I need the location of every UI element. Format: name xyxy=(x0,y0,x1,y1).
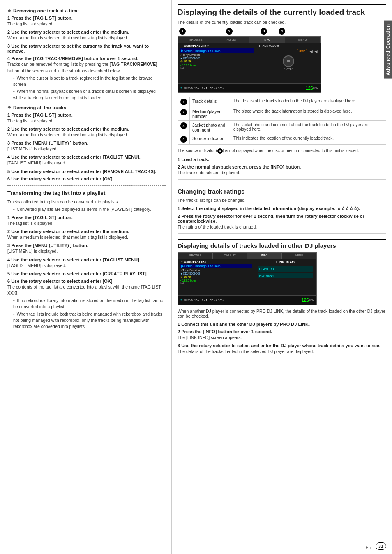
step-t-2-heading: 2 Use the rotary selector to select and … xyxy=(7,229,166,234)
step-t-3-heading: 3 Press the [MENU (UTILITY) ] button. xyxy=(7,243,166,248)
ps2-tab-info: INFO xyxy=(247,253,282,259)
info-desc-1: The details of the tracks loaded in the … xyxy=(231,97,386,107)
ps-source-usb: USB xyxy=(297,49,307,53)
section-ratings: Changing track ratings The tracks' ratin… xyxy=(178,185,386,230)
ps-bpm-display: 126 xyxy=(306,85,313,90)
info-desc-4: This indicates the location of the curre… xyxy=(231,134,386,144)
step-t-4-text: [TAGLIST MENU] is displayed. xyxy=(7,263,166,269)
step-2-2-heading: 2 Use the rotary selector to select and … xyxy=(7,127,166,132)
ps2-player4: PLAYER4 xyxy=(258,273,313,278)
info-label-2: Medium/player number xyxy=(190,107,231,120)
ps2-bpm-display: 126 xyxy=(302,298,309,302)
step-1-3-heading: 3 Use the rotary selector to set the cur… xyxy=(7,44,166,53)
ps-bpm: ▪ 132.0 bpm xyxy=(180,64,254,67)
step-t-4-heading: 4 Use the rotary selector to select and … xyxy=(7,257,166,262)
ps2-remain-label: REMAIN xyxy=(183,299,193,301)
dashed-divider xyxy=(7,185,166,186)
ps-player-label: PLAYER xyxy=(258,68,318,70)
step-r-1-heading: 1 Select the rating displayed in the det… xyxy=(178,206,386,211)
ps-left-panel: ↔ USB@PLAYER3 ↵ ▶ Cruin' Through The Rai… xyxy=(178,43,256,83)
step-2-6-heading: 6 Use the rotary selector to select and … xyxy=(7,176,166,181)
step-2-1-heading: 1 Press the [TAG LIST] button. xyxy=(7,113,166,118)
source-note-badge: 4 xyxy=(217,148,223,154)
section-transform: Transforming the tag list into a playlis… xyxy=(7,190,166,330)
step-o-2-text: The [LINK INFO] screen appears. xyxy=(178,335,386,341)
step-o-1-heading: 1 Connect this unit and the other DJ pla… xyxy=(178,322,386,327)
ps-track-name: ▶ Cruin' Through The Rain xyxy=(180,48,254,53)
ps-tab-taglist: TAG LIST xyxy=(214,37,250,43)
info-desc-3: The jacket photo and comment about the t… xyxy=(231,120,386,134)
section-currently-loaded: Displaying the details of the currently … xyxy=(178,4,386,176)
step-1-2-text: When a medium is selected, that medium's… xyxy=(7,35,166,41)
section-loaded-title: Displaying the details of the currently … xyxy=(178,4,386,17)
ps2-usb-icon: ↔ xyxy=(180,260,184,263)
ps2-bpm: ▪ 132.0 bpm xyxy=(180,279,252,282)
step-2-4-text: [TAGLIST MENU] is displayed. xyxy=(7,160,166,166)
ps2-body: ↔ USB@PLAYER3 ▶ Cruin' Through The Rain … xyxy=(178,259,316,295)
page-number: 31 xyxy=(376,542,386,550)
ps-transport-icon: ◄◄ xyxy=(309,48,318,54)
step-2-1-text: The tag list is displayed. xyxy=(7,118,166,124)
step-2-3-heading: 3 Press the [MENU (UTILITY) ] button. xyxy=(7,141,166,145)
ps2-artist: ♪ Tony Sweden xyxy=(180,269,252,272)
ps-player-num: 2 xyxy=(180,86,182,90)
step-t-1-text: The tag list is displayed. xyxy=(7,220,166,226)
ps-usb-line: ↔ USB@PLAYER3 ↵ xyxy=(180,44,254,48)
ps-time-display: 10м:17s 11.0F - 4.10% xyxy=(194,87,224,90)
ps-disc-center xyxy=(287,60,290,62)
info-row-3: 3 Jacket photo and comment The jacket ph… xyxy=(178,120,386,134)
ps-tab-info: INFO xyxy=(249,37,285,43)
step-d-2-heading: 2 At the normal playback screen, press t… xyxy=(178,164,386,169)
ps2-track-num: ⊙ 10:49 xyxy=(180,275,252,279)
step-1-4-bullets: When the cursor is set to a track regist… xyxy=(7,75,166,101)
ps2-usb-line: ↔ USB@PLAYER3 xyxy=(180,260,252,263)
ps2-tabs: BROWSE TAG LIST INFO MENU xyxy=(178,253,316,259)
ps-track-count-row: TRACK 001/006 xyxy=(258,44,318,47)
divider-2 xyxy=(178,233,386,234)
step-t-6-bullet-1: If no rekordbox library information is s… xyxy=(13,298,166,310)
ratings-intro: The tracks' ratings can be changed. xyxy=(178,198,386,203)
transform-title: Transforming the tag list into a playlis… xyxy=(7,190,166,197)
step-1-4-text: Tracks can be removed from tag lists by … xyxy=(7,61,166,74)
ps-right-panel: TRACK 001/006 USB ◄◄ xyxy=(256,43,321,83)
step-2-5-heading: 5 Use the rotary selector to select and … xyxy=(7,169,166,174)
step-1-1-text: The tag list is displayed. xyxy=(7,21,166,27)
en-label: En xyxy=(366,545,371,550)
step-1-1-heading: 1 Press the [TAG LIST] button. xyxy=(7,16,166,21)
step-o-3-text: The details of the tracks loaded in the … xyxy=(178,349,386,355)
player-diagram: 1 2 3 4 BROWSE TAG LIST INFO xyxy=(178,28,386,93)
ps2-tab-menu: MENU xyxy=(282,253,316,259)
section-other-dj: Displaying details of tracks loaded in o… xyxy=(178,239,386,355)
step-o-3-heading: 3 Use the rotary selector to select and … xyxy=(178,343,386,348)
bullet-1-1: When the cursor is set to a track regist… xyxy=(13,75,166,88)
step-t-6-bullet-2: When tag lists include both tracks being… xyxy=(13,311,166,330)
ps2-usb-label: USB@PLAYER3 xyxy=(184,260,206,263)
step-r-2-text: The rating of the loaded track is change… xyxy=(178,224,386,230)
ps2-key: ♭ A xyxy=(180,282,252,285)
ps-track-count: TRACK 001/006 xyxy=(258,44,279,47)
step-o-2-heading: 2 Press the [INFO] button for over 1 sec… xyxy=(178,329,386,334)
step-d-2-text: The track's details are displayed. xyxy=(178,170,386,176)
ps-disc-icon xyxy=(283,55,294,67)
info-label-1: Track details xyxy=(190,97,231,107)
step-t-3-text: [LIST MENU] is displayed. xyxy=(7,248,166,254)
ps-artist: ♪ Tony Sweden xyxy=(180,53,254,56)
step-t-1-heading: 1 Press the [TAG LIST] button. xyxy=(7,215,166,220)
diag-num-4: 4 xyxy=(279,28,285,35)
step-t-2-text: When a medium is selected, that medium's… xyxy=(7,234,166,240)
step-t-6-bullets: If no rekordbox library information is s… xyxy=(7,298,166,330)
ps2-device: ● CDJ-900NXS xyxy=(180,272,252,275)
section-loaded-intro: The details of the currently loaded trac… xyxy=(178,20,386,25)
ps-track-num: ⊙ 10:49 xyxy=(180,60,254,63)
other-dj-intro: When another DJ player is connected by P… xyxy=(178,309,386,319)
ps-bpm-unit: BPM xyxy=(313,87,318,89)
section-remove-one: Removing one track at a time 1 Press the… xyxy=(7,8,166,101)
player-screen-2: BROWSE TAG LIST INFO MENU ↔ USB@PLAYER3 … xyxy=(178,252,317,305)
step-r-2-heading: 2 Press the rotary selector for over 1 s… xyxy=(178,214,386,224)
diag-num-1: 1 xyxy=(179,28,186,35)
info-badge-1: 1 xyxy=(178,97,190,107)
sidebar-label: Advanced Operation xyxy=(384,21,392,79)
bullet-1-2: When the normal playback screen or a tra… xyxy=(13,88,166,101)
ps-device: ● CDJ-900NXS xyxy=(180,57,254,60)
ps-usb-label: USB@PLAYER3 xyxy=(184,44,206,47)
